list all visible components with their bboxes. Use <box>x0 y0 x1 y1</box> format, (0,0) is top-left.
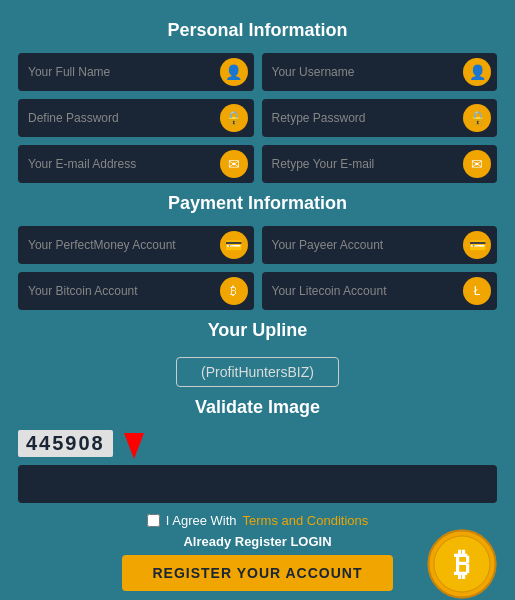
retype-password-wrapper: 🔒 <box>262 99 498 137</box>
email-icon: ✉ <box>220 150 248 178</box>
upline-title: Your Upline <box>0 320 515 341</box>
personal-row-2: 🔒 🔒 <box>0 99 515 137</box>
email-input[interactable] <box>28 157 220 171</box>
email-wrapper: ✉ <box>18 145 254 183</box>
username-icon: 👤 <box>463 58 491 86</box>
payment-info-section: Payment Information 💳 💳 ₿ Ł <box>0 193 515 310</box>
bitcoin-input[interactable] <box>28 284 220 298</box>
bitcoin-icon: ₿ <box>220 277 248 305</box>
password-input[interactable] <box>28 111 220 125</box>
register-button-wrapper: REGISTER YOUR ACCOUNT ₿ <box>0 555 515 591</box>
litecoin-wrapper: Ł <box>262 272 498 310</box>
payeer-icon: 💳 <box>463 231 491 259</box>
captcha-code: 445908 <box>18 430 113 457</box>
password-icon: 🔒 <box>220 104 248 132</box>
bitcoin-coin-decoration: ₿ <box>427 529 497 599</box>
validate-title: Validate Image <box>18 397 497 418</box>
personal-title: Personal Information <box>0 20 515 41</box>
payment-row-2: ₿ Ł <box>0 272 515 310</box>
svg-text:₿: ₿ <box>454 547 470 582</box>
perfectmoney-wrapper: 💳 <box>18 226 254 264</box>
register-button[interactable]: REGISTER YOUR ACCOUNT <box>122 555 392 591</box>
payment-title: Payment Information <box>0 193 515 214</box>
terms-link[interactable]: Terms and Conditions <box>243 513 369 528</box>
captcha-input[interactable] <box>18 465 497 503</box>
payeer-input[interactable] <box>272 238 464 252</box>
full-name-icon: 👤 <box>220 58 248 86</box>
personal-row-3: ✉ ✉ <box>0 145 515 183</box>
username-input[interactable] <box>272 65 464 79</box>
retype-email-icon: ✉ <box>463 150 491 178</box>
personal-row-1: 👤 👤 <box>0 53 515 91</box>
retype-password-icon: 🔒 <box>463 104 491 132</box>
already-register-text: Already Register <box>183 534 286 549</box>
personal-info-section: Personal Information 👤 👤 🔒 🔒 ✉ ✉ <box>0 20 515 183</box>
perfectmoney-icon: 💳 <box>220 231 248 259</box>
username-wrapper: 👤 <box>262 53 498 91</box>
validate-section: Validate Image 445908 <box>0 397 515 503</box>
terms-checkbox[interactable] <box>147 514 160 527</box>
payeer-wrapper: 💳 <box>262 226 498 264</box>
upline-section: Your Upline (ProfitHuntersBIZ) <box>0 320 515 387</box>
login-label: LOGIN <box>290 534 331 549</box>
litecoin-input[interactable] <box>272 284 464 298</box>
upline-value: (ProfitHuntersBIZ) <box>176 357 339 387</box>
terms-row: I Agree With Terms and Conditions <box>0 513 515 528</box>
terms-label: I Agree With <box>166 513 237 528</box>
retype-email-wrapper: ✉ <box>262 145 498 183</box>
captcha-area: 445908 <box>18 430 497 503</box>
retype-password-input[interactable] <box>272 111 464 125</box>
perfectmoney-input[interactable] <box>28 238 220 252</box>
bitcoin-wrapper: ₿ <box>18 272 254 310</box>
retype-email-input[interactable] <box>272 157 464 171</box>
svg-marker-0 <box>124 433 144 459</box>
full-name-input[interactable] <box>28 65 220 79</box>
full-name-wrapper: 👤 <box>18 53 254 91</box>
password-wrapper: 🔒 <box>18 99 254 137</box>
litecoin-icon: Ł <box>463 277 491 305</box>
captcha-arrow-down <box>119 431 149 461</box>
payment-row-1: 💳 💳 <box>0 226 515 264</box>
